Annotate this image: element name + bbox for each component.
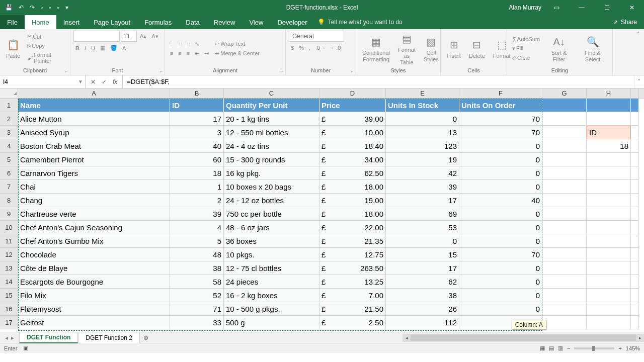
find-select-button[interactable]: 🔍Find & Select bbox=[576, 34, 609, 63]
cell[interactable] bbox=[587, 316, 631, 329]
cell[interactable] bbox=[631, 302, 639, 316]
cell[interactable]: Carnarvon Tigers bbox=[18, 166, 170, 180]
cell[interactable]: 2 bbox=[170, 194, 224, 207]
align-right-icon[interactable]: ≡ bbox=[185, 49, 192, 57]
cell[interactable] bbox=[542, 302, 587, 316]
cell[interactable] bbox=[631, 180, 639, 194]
autosum-button[interactable]: ∑ AutoSum bbox=[510, 35, 542, 43]
qat-item[interactable]: ▫ bbox=[49, 4, 51, 11]
cell[interactable] bbox=[587, 289, 631, 302]
cell[interactable]: 20 - 1 kg tins bbox=[224, 112, 319, 126]
chevron-down-icon[interactable]: ▼ bbox=[78, 79, 83, 84]
cell[interactable] bbox=[587, 302, 631, 316]
minimize-icon[interactable]: — bbox=[572, 0, 592, 15]
cell[interactable] bbox=[587, 221, 631, 234]
tab-formulas[interactable]: Formulas bbox=[137, 15, 179, 29]
undo-icon[interactable]: ↶ bbox=[19, 4, 24, 11]
cell[interactable]: 5 bbox=[170, 234, 224, 248]
cell[interactable] bbox=[631, 248, 639, 261]
row-header[interactable]: 17 bbox=[0, 316, 18, 329]
cell[interactable]: Aniseed Syrup bbox=[18, 126, 170, 139]
row-header[interactable]: 5 bbox=[0, 153, 18, 166]
row-header[interactable]: 16 bbox=[0, 302, 18, 316]
cell[interactable]: Chocolade bbox=[18, 248, 170, 261]
cell[interactable]: Filo Mix bbox=[18, 289, 170, 302]
zoom-in-icon[interactable]: + bbox=[618, 345, 621, 351]
cell[interactable]: £10.00 bbox=[319, 126, 386, 139]
cell[interactable]: Alice Mutton bbox=[18, 112, 170, 126]
cell[interactable]: 15 - 300 g rounds bbox=[224, 153, 319, 166]
percent-icon[interactable]: % bbox=[297, 44, 306, 52]
cell[interactable]: 10 boxes x 20 bags bbox=[224, 180, 319, 194]
row-header[interactable]: 14 bbox=[0, 275, 18, 289]
cell[interactable]: 26 bbox=[386, 302, 459, 316]
cell[interactable]: 0 bbox=[386, 234, 459, 248]
maximize-icon[interactable]: ☐ bbox=[597, 0, 617, 15]
cancel-formula-icon[interactable]: ✕ bbox=[91, 78, 96, 85]
align-bottom-icon[interactable]: ≡ bbox=[185, 40, 192, 48]
cell[interactable]: 24 - 4 oz tins bbox=[224, 139, 319, 153]
currency-icon[interactable]: $ bbox=[289, 44, 296, 52]
zoom-slider[interactable] bbox=[574, 347, 614, 349]
tab-home[interactable]: Home bbox=[25, 15, 56, 29]
ribbon-display-icon[interactable]: ▭ bbox=[546, 0, 567, 15]
cell[interactable] bbox=[542, 234, 587, 248]
conditional-formatting-button[interactable]: ▦Conditional Formatting bbox=[359, 34, 393, 63]
table-header-cell[interactable]: Quantity Per Unit bbox=[224, 99, 319, 112]
cell[interactable] bbox=[542, 139, 587, 153]
user-name[interactable]: Alan Murray bbox=[509, 4, 541, 11]
horizontal-scrollbar[interactable]: ◂ ▸ bbox=[403, 334, 644, 342]
align-center-icon[interactable]: ≡ bbox=[176, 49, 183, 57]
cell[interactable]: 0 bbox=[459, 221, 542, 234]
cell[interactable]: 69 bbox=[386, 207, 459, 221]
row-header[interactable]: 2 bbox=[0, 112, 18, 126]
cell[interactable] bbox=[631, 194, 639, 207]
cell[interactable]: 123 bbox=[386, 139, 459, 153]
cell[interactable] bbox=[542, 194, 587, 207]
scroll-right-icon[interactable]: ▸ bbox=[636, 334, 644, 342]
cell[interactable]: £18.00 bbox=[319, 207, 386, 221]
column-header[interactable]: G bbox=[542, 88, 587, 98]
cell[interactable] bbox=[587, 99, 631, 112]
cell[interactable] bbox=[542, 248, 587, 261]
cell[interactable]: 39 bbox=[170, 207, 224, 221]
cell[interactable] bbox=[631, 316, 639, 329]
cell[interactable]: 17 bbox=[386, 261, 459, 275]
tab-insert[interactable]: Insert bbox=[56, 15, 87, 29]
cell[interactable]: £62.50 bbox=[319, 166, 386, 180]
font-color-button[interactable]: A bbox=[120, 44, 128, 52]
sheet-tab[interactable]: DGET Function 2 bbox=[78, 332, 139, 343]
cell[interactable] bbox=[542, 261, 587, 275]
cell[interactable] bbox=[631, 153, 639, 166]
cell[interactable] bbox=[587, 194, 631, 207]
column-header[interactable]: H bbox=[587, 88, 631, 98]
merge-center-button[interactable]: ⬌ Merge & Center bbox=[213, 49, 262, 58]
cell[interactable] bbox=[631, 207, 639, 221]
cell[interactable] bbox=[631, 261, 639, 275]
cell[interactable]: 16 - 2 kg boxes bbox=[224, 289, 319, 302]
border-button[interactable]: ▦ bbox=[98, 44, 107, 52]
column-header[interactable]: C bbox=[224, 88, 319, 98]
decrease-decimal-icon[interactable]: ←.0 bbox=[329, 44, 343, 52]
insert-cells-button[interactable]: ⊞Insert bbox=[444, 37, 464, 60]
expand-formula-bar-icon[interactable]: ˅ bbox=[634, 75, 644, 88]
cell[interactable]: 62 bbox=[386, 275, 459, 289]
cell[interactable]: 3 bbox=[170, 126, 224, 139]
paste-button[interactable]: 📋Paste bbox=[3, 37, 23, 60]
qat-item[interactable]: ▫ bbox=[41, 4, 43, 11]
table-header-cell[interactable]: Units On Order bbox=[459, 99, 542, 112]
sheet-tab[interactable]: DGET Function bbox=[19, 332, 78, 343]
qat-customize-icon[interactable]: ▾ bbox=[65, 4, 68, 11]
cell[interactable]: £18.40 bbox=[319, 139, 386, 153]
criteria-value-cell[interactable]: 18 bbox=[587, 139, 631, 153]
cell[interactable]: 58 bbox=[170, 275, 224, 289]
row-header[interactable]: 15 bbox=[0, 289, 18, 302]
cell[interactable] bbox=[542, 180, 587, 194]
tell-me-search[interactable]: 💡 Tell me what you want to do bbox=[317, 15, 403, 29]
cell[interactable]: 16 kg pkg. bbox=[224, 166, 319, 180]
cell[interactable] bbox=[587, 261, 631, 275]
table-header-cell[interactable]: Units In Stock bbox=[386, 99, 459, 112]
cell[interactable] bbox=[542, 112, 587, 126]
cell[interactable] bbox=[542, 316, 587, 329]
cell[interactable] bbox=[587, 180, 631, 194]
